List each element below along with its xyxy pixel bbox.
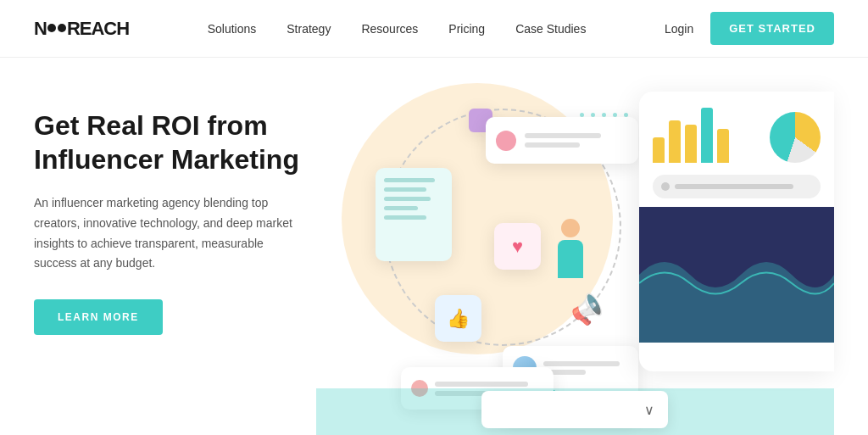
nav-link-solutions[interactable]: Solutions xyxy=(208,22,257,36)
nav-right: Login GET STARTED xyxy=(665,12,834,45)
search-lines xyxy=(525,133,601,148)
thumbs-up-icon: 👍 xyxy=(447,308,470,330)
bar-4 xyxy=(701,108,713,163)
bar-3 xyxy=(685,125,697,163)
hero-subtitle: An influencer marketing agency blending … xyxy=(34,193,297,274)
search-icon xyxy=(661,182,670,191)
doc-line xyxy=(384,178,435,182)
analytics-wave-chart xyxy=(639,207,834,343)
nav-item-case-studies[interactable]: Case Studies xyxy=(515,21,586,36)
doc-line xyxy=(384,206,418,210)
thumbs-up-card: 👍 xyxy=(435,295,481,342)
line-medium xyxy=(525,142,580,148)
logo[interactable]: NREACH xyxy=(34,18,129,40)
person-figure xyxy=(554,219,587,287)
person-body xyxy=(558,240,583,278)
bar-2 xyxy=(669,120,681,163)
chevron-down-icon: ∨ xyxy=(644,402,654,418)
nav-links: Solutions Strategy Resources Pricing Cas… xyxy=(208,21,587,36)
nav-item-pricing[interactable]: Pricing xyxy=(448,21,485,36)
doc-line xyxy=(384,215,426,220)
logo-text-reach: REACH xyxy=(67,18,129,39)
doc-line xyxy=(384,197,431,201)
hero-title: Get Real ROI fromInfluencer Marketing xyxy=(34,109,299,176)
doc-line xyxy=(384,187,426,192)
nav-item-strategy[interactable]: Strategy xyxy=(287,21,331,36)
nav-link-case-studies[interactable]: Case Studies xyxy=(515,22,586,36)
nav-link-resources[interactable]: Resources xyxy=(361,22,418,36)
heart-card: ♥ xyxy=(494,223,541,270)
search-line xyxy=(675,184,793,189)
line-long xyxy=(525,133,601,138)
hero-section: Get Real ROI fromInfluencer Marketing An… xyxy=(0,58,868,435)
hero-illustration: ♥ 👍 📢 xyxy=(316,100,834,435)
navbar: NREACH Solutions Strategy Resources Pric… xyxy=(0,0,868,58)
dropdown-bar[interactable]: ∨ xyxy=(481,391,668,428)
analytics-panel xyxy=(639,92,834,371)
wave-svg xyxy=(639,207,834,343)
profile-circle xyxy=(496,131,516,151)
bar-5 xyxy=(717,129,729,163)
get-started-button[interactable]: GET STARTED xyxy=(710,12,834,45)
bar-chart xyxy=(653,103,729,163)
learn-more-button[interactable]: LEARN MORE xyxy=(34,299,163,335)
pie-chart xyxy=(770,112,821,163)
analytics-chart-area xyxy=(639,92,834,175)
heart-icon: ♥ xyxy=(512,236,523,258)
bar-1 xyxy=(653,137,665,163)
login-button[interactable]: Login xyxy=(665,22,693,36)
nav-item-solutions[interactable]: Solutions xyxy=(208,21,257,36)
logo-text-n: N xyxy=(34,18,47,39)
bottom-line xyxy=(435,382,528,387)
hero-text-block: Get Real ROI fromInfluencer Marketing An… xyxy=(34,100,299,335)
logo-circle-2 xyxy=(58,24,66,32)
person-head xyxy=(561,219,580,237)
profile-name-line xyxy=(543,361,620,366)
analytics-search-bar xyxy=(653,175,821,198)
logo-circle-1 xyxy=(47,24,56,32)
nav-link-strategy[interactable]: Strategy xyxy=(287,22,331,36)
search-card xyxy=(486,117,638,164)
nav-item-resources[interactable]: Resources xyxy=(361,21,418,36)
nav-link-pricing[interactable]: Pricing xyxy=(448,22,485,36)
document-card xyxy=(376,168,452,261)
